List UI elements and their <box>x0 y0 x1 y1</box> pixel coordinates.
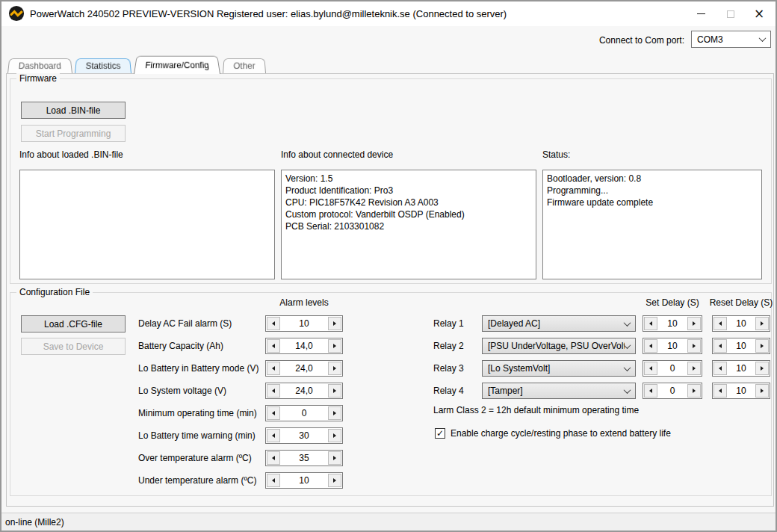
relay4-set-delay-spinner[interactable]: 0 <box>643 383 702 399</box>
spin-down-button[interactable] <box>644 317 657 330</box>
relay4-select[interactable]: [Tamper] <box>482 383 636 399</box>
device-info-box: Version: 1.5 Product Identification: Pro… <box>281 170 536 279</box>
alarm-value: 10 <box>281 473 327 488</box>
spin-down-button[interactable] <box>713 384 727 398</box>
tab-strip: Dashboard Statistics Firmware/Config Oth… <box>7 55 268 74</box>
spin-up-button[interactable] <box>328 429 341 442</box>
spin-up-button[interactable] <box>328 474 341 487</box>
alarm-spinner-lo-system-voltage[interactable]: 24,0 <box>265 383 343 399</box>
spin-down-button[interactable] <box>267 406 280 420</box>
spin-up-button[interactable] <box>328 339 341 353</box>
alarm-spinner-lo-battery-battery-mode[interactable]: 24,0 <box>265 360 343 377</box>
spin-right-icon <box>693 389 696 393</box>
spin-up-button[interactable] <box>687 362 701 375</box>
set-delay-value: 0 <box>658 383 687 398</box>
device-info-label: Info about connected device <box>281 149 393 160</box>
maximize-button[interactable] <box>716 3 746 25</box>
spin-up-button[interactable] <box>755 362 769 375</box>
load-cfg-file-button[interactable]: Load .CFG-file <box>21 315 126 332</box>
spin-down-button[interactable] <box>267 317 280 330</box>
title-bar[interactable]: PowerWatch 240502 PREVIEW-VERSION Regist… <box>1 1 776 26</box>
spin-down-button[interactable] <box>644 339 657 353</box>
reset-delay-value: 10 <box>728 361 755 376</box>
reset-delay-header: Reset Delay (S) <box>705 297 777 308</box>
alarm-spinner-under-temperature[interactable]: 10 <box>265 472 343 489</box>
spin-left-icon <box>719 321 722 326</box>
firmware-groupbox: Firmware Load .BIN-file Start Programmin… <box>10 78 772 284</box>
alarm-spinner-lo-battery-time-warning[interactable]: 30 <box>265 427 343 444</box>
spin-up-button[interactable] <box>687 339 701 353</box>
tab-firmware-config[interactable]: Firmware/Config <box>134 56 220 74</box>
tab-page-firmware-config: Firmware Load .BIN-file Start Programmin… <box>6 73 774 507</box>
spin-down-button[interactable] <box>713 317 727 330</box>
relay1-set-delay-spinner[interactable]: 10 <box>643 315 702 332</box>
spin-down-button[interactable] <box>644 362 657 375</box>
relay2-reset-delay-spinner[interactable]: 10 <box>712 338 770 354</box>
load-bin-file-button[interactable]: Load .BIN-file <box>21 102 126 119</box>
relay3-set-delay-spinner[interactable]: 0 <box>643 360 702 377</box>
spin-up-button[interactable] <box>755 384 769 398</box>
alarm-spinner-delay-ac-fail[interactable]: 10 <box>265 315 343 332</box>
spin-up-button[interactable] <box>328 406 341 420</box>
spin-up-button[interactable] <box>328 362 341 375</box>
alarm-spinner-minimum-operating-time[interactable]: 0 <box>265 405 343 421</box>
spin-left-icon <box>272 321 275 326</box>
app-window: PowerWatch 240502 PREVIEW-VERSION Regist… <box>0 0 777 532</box>
relay4-value: [Tamper] <box>488 386 625 396</box>
close-button[interactable]: × <box>744 3 774 25</box>
spin-up-button[interactable] <box>687 384 701 398</box>
spin-right-icon <box>333 321 336 326</box>
spin-down-button[interactable] <box>267 384 280 398</box>
spin-down-button[interactable] <box>713 362 727 375</box>
spin-down-button[interactable] <box>644 384 657 398</box>
status-box: Bootloader, version: 0.8 Programming... … <box>542 170 762 279</box>
com-port-select[interactable]: COM3 <box>691 31 771 48</box>
spin-down-button[interactable] <box>267 362 280 375</box>
spin-right-icon <box>333 456 336 460</box>
spin-right-icon <box>333 389 336 393</box>
relay1-select[interactable]: [Delayed AC] <box>482 315 636 332</box>
chevron-down-icon <box>624 341 631 349</box>
relay2-set-delay-spinner[interactable]: 10 <box>643 338 702 354</box>
spin-left-icon <box>272 411 275 415</box>
alarm-spinner-battery-capacity[interactable]: 14,0 <box>265 338 343 354</box>
relay3-reset-delay-spinner[interactable]: 10 <box>712 360 770 377</box>
alarm-label-over-temperature: Over temperature alarm (ºC) <box>138 450 252 466</box>
relay2-select[interactable]: [PSU UnderVoltage, PSU OverVolta <box>482 338 636 354</box>
tab-dashboard[interactable]: Dashboard <box>7 58 72 73</box>
spin-up-button[interactable] <box>328 384 341 398</box>
relay3-select[interactable]: [Lo SystemVolt] <box>482 360 636 377</box>
spin-up-button[interactable] <box>755 339 769 353</box>
set-delay-header: Set Delay (S) <box>637 297 708 308</box>
relay3-label: Relay 3 <box>433 360 464 377</box>
relay4-label: Relay 4 <box>433 383 464 399</box>
spin-left-icon <box>719 366 722 371</box>
alarm-value: 0 <box>281 406 327 421</box>
spin-down-button[interactable] <box>267 429 280 442</box>
spin-down-button[interactable] <box>267 474 280 487</box>
spin-down-button[interactable] <box>267 451 280 465</box>
reset-delay-value: 10 <box>728 383 755 398</box>
tab-statistics[interactable]: Statistics <box>75 58 131 73</box>
alarm-label-lo-system-voltage: Lo System voltage (V) <box>138 383 226 399</box>
spin-down-button[interactable] <box>713 339 727 353</box>
minimize-button[interactable] <box>686 3 716 25</box>
spin-down-button[interactable] <box>267 339 280 353</box>
spin-left-icon <box>272 366 275 371</box>
spin-right-icon <box>333 344 336 348</box>
spin-up-button[interactable] <box>755 317 769 330</box>
spin-up-button[interactable] <box>328 317 341 330</box>
alarm-spinner-over-temperature[interactable]: 35 <box>265 450 343 466</box>
set-delay-value: 10 <box>658 316 687 331</box>
spin-up-button[interactable] <box>328 451 341 465</box>
spin-right-icon <box>693 366 696 371</box>
relay1-reset-delay-spinner[interactable]: 10 <box>712 315 770 332</box>
close-icon: × <box>754 7 764 20</box>
tab-label: Dashboard <box>18 61 61 71</box>
spin-up-button[interactable] <box>687 317 701 330</box>
spin-left-icon <box>719 389 722 393</box>
alarm-value: 35 <box>281 451 327 466</box>
tab-other[interactable]: Other <box>223 58 266 73</box>
charge-cycle-checkbox[interactable]: ✓ <box>435 428 445 439</box>
relay4-reset-delay-spinner[interactable]: 10 <box>712 383 770 399</box>
